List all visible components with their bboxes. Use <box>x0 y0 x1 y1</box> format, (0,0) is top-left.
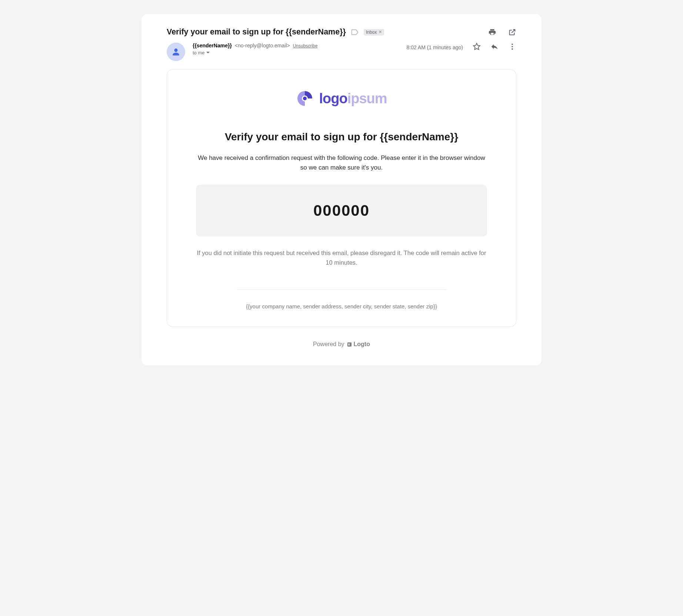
card-title: Verify your email to sign up for {{sende… <box>196 131 487 143</box>
avatar[interactable] <box>167 43 185 61</box>
logo-mark-icon <box>296 90 314 107</box>
sender-row: {{senderName}} <no-reply@logto.email> Un… <box>167 43 516 61</box>
sender-name: {{senderName}} <box>193 43 232 48</box>
logo: logoipsum <box>296 90 387 107</box>
unsubscribe-link[interactable]: Unsubscribe <box>293 43 318 48</box>
sender-email: <no-reply@logto.email> <box>235 43 290 48</box>
email-header: Verify your email to sign up for {{sende… <box>167 27 516 37</box>
divider <box>237 289 446 290</box>
powered-brand[interactable]: Logto <box>347 341 370 348</box>
more-icon[interactable] <box>508 43 516 52</box>
company-footer: {{your company name, sender address, sen… <box>196 303 487 309</box>
powered-brand-text: Logto <box>354 341 370 348</box>
star-icon[interactable] <box>473 43 481 52</box>
logo-text-dark: logo <box>319 91 347 106</box>
email-container: Verify your email to sign up for {{sende… <box>141 14 542 365</box>
sender-meta: 8:02 AM (1 minutes ago) <box>406 43 516 52</box>
svg-point-4 <box>303 97 307 100</box>
email-subject: Verify your email to sign up for {{sende… <box>167 27 346 37</box>
logo-text-light: ipsum <box>347 91 387 106</box>
to-line[interactable]: to me <box>193 50 317 56</box>
svg-point-3 <box>512 48 513 50</box>
logto-icon <box>347 342 352 347</box>
card-body: We have received a confirmation request … <box>196 153 487 172</box>
verification-code: 000000 <box>196 185 487 237</box>
label-arrow-icon[interactable] <box>351 29 359 36</box>
to-text: to me <box>193 50 205 56</box>
logo-text: logoipsum <box>319 91 387 107</box>
svg-point-0 <box>174 48 177 52</box>
open-external-icon[interactable] <box>508 28 516 36</box>
header-actions <box>488 28 516 36</box>
label-text: Inbox <box>366 30 377 35</box>
print-icon[interactable] <box>488 28 496 36</box>
chevron-down-icon <box>206 50 210 56</box>
close-icon[interactable]: ✕ <box>379 30 382 34</box>
logo-wrap: logoipsum <box>196 90 487 109</box>
timestamp: 8:02 AM (1 minutes ago) <box>406 44 463 50</box>
powered-by: Powered by Logto <box>167 341 516 348</box>
powered-prefix: Powered by <box>313 341 344 348</box>
reply-icon[interactable] <box>490 43 499 52</box>
svg-rect-6 <box>348 343 349 345</box>
svg-point-1 <box>512 44 513 45</box>
email-body-card: logoipsum Verify your email to sign up f… <box>167 69 516 327</box>
disclaimer: If you did not initiate this request but… <box>196 248 487 267</box>
inbox-label-chip[interactable]: Inbox ✕ <box>364 29 384 36</box>
svg-point-2 <box>512 46 513 47</box>
sender-info: {{senderName}} <no-reply@logto.email> Un… <box>193 43 317 56</box>
